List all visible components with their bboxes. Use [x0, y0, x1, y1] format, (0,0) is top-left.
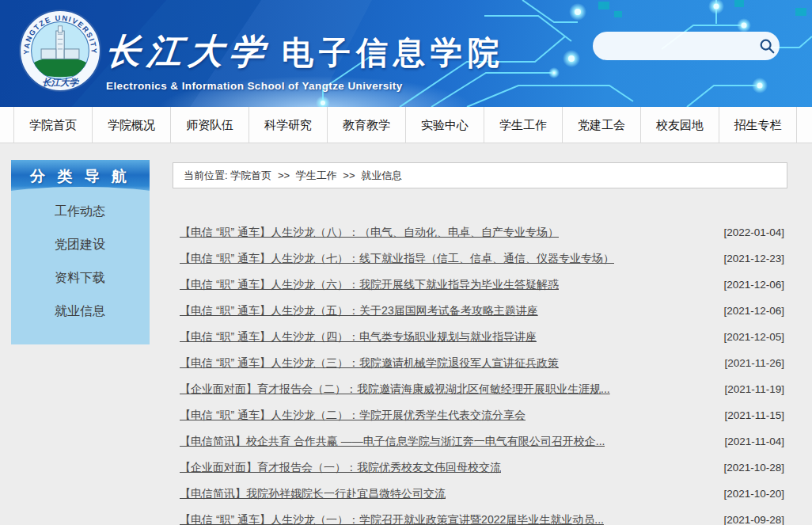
news-row: 【电信 “职” 通车】人生沙龙（八）：（电气、自动化、电卓、自产专业专场） [2… — [173, 219, 787, 245]
news-link[interactable]: 【企业面对面】育才报告会（二）：我院邀请海康威视湖北区何敏经理开展职业生涯规..… — [173, 382, 610, 397]
nav-item-research[interactable]: 科学研究 — [249, 107, 327, 143]
search-button[interactable] — [753, 32, 780, 60]
search-bar — [593, 32, 780, 60]
news-date: [2021-11-26] — [724, 357, 787, 369]
content-area: 当前位置: 学院首页 >> 学生工作 >> 就业信息 【电信 “职” 通车】人生… — [173, 162, 787, 525]
main-area: 分 类 导 航 工作动态 党团建设 资料下载 就业信息 当前位置: 学院首页 >… — [0, 143, 812, 525]
breadcrumb-separator: >> — [278, 169, 290, 181]
news-list: 【电信 “职” 通车】人生沙龙（八）：（电气、自动化、电卓、自产专业专场） [2… — [173, 219, 787, 525]
nav-item-admissions[interactable]: 招生专栏 — [719, 107, 797, 143]
nav-item-home[interactable]: 学院首页 — [13, 107, 92, 143]
sidebar-item-employment[interactable]: 就业信息 — [11, 295, 150, 328]
university-logo[interactable]: YANGTZE UNIVERSITY 长江大学 — [19, 10, 101, 92]
breadcrumb-student-affairs[interactable]: 学生工作 — [296, 169, 337, 181]
news-date: [2021-12-06] — [723, 305, 787, 317]
sidebar-body: 工作动态 党团建设 资料下载 就业信息 — [11, 193, 150, 344]
news-date: [2021-12-05] — [723, 331, 787, 343]
news-link[interactable]: 【电信 “职” 通车】人生沙龙（一）：学院召开就业政策宣讲暨2022届毕业生就业… — [173, 513, 604, 525]
news-date: [2021-10-28] — [723, 462, 787, 474]
nav-item-lab-center[interactable]: 实验中心 — [405, 107, 484, 143]
news-row: 【企业面对面】育才报告会（一）：我院优秀校友文伟回母校交流 [2021-10-2… — [173, 455, 787, 481]
news-date: [2021-11-19] — [724, 383, 787, 395]
nav-item-party-union[interactable]: 党建工会 — [562, 107, 640, 143]
news-row: 【电信简讯】校企共育 合作共赢 ——电子信息学院与浙江奔一电气有限公司召开校企.… — [173, 428, 787, 455]
news-link[interactable]: 【电信 “职” 通车】人生沙龙（八）：（电气、自动化、电卓、自产专业专场） — [173, 226, 559, 240]
news-date: [2021-10-20] — [723, 488, 787, 500]
news-date: [2021-12-23] — [723, 253, 787, 264]
sidebar-item-downloads[interactable]: 资料下载 — [11, 261, 150, 295]
breadcrumb-separator: >> — [343, 169, 355, 181]
news-link[interactable]: 【电信 “职” 通车】人生沙龙（五）：关于23届国网考试备考攻略主题讲座 — [173, 304, 538, 318]
category-sidebar: 分 类 导 航 工作动态 党团建设 资料下载 就业信息 — [11, 160, 150, 344]
news-date: [2021-11-04] — [724, 436, 787, 447]
news-row: 【电信简讯】我院孙祥娥院长一行赴宜昌微特公司交流 [2021-10-20] — [173, 481, 787, 507]
school-name-english: Electronics & Information School of Yang… — [106, 80, 505, 92]
news-row: 【电信 “职” 通车】人生沙龙（三）：我院邀请机械学院退役军人宣讲征兵政策 [2… — [173, 350, 787, 376]
sidebar-title: 分 类 导 航 — [30, 166, 131, 187]
sidebar-item-work-news[interactable]: 工作动态 — [11, 195, 150, 228]
news-link[interactable]: 【电信 “职” 通车】人生沙龙（六）：我院开展线下就业指导为毕业生答疑解惑 — [173, 278, 559, 292]
nav-item-student-affairs[interactable]: 学生工作 — [484, 107, 562, 143]
nav-item-teaching[interactable]: 教育教学 — [327, 107, 405, 143]
logo-seal-text: 长江大学 — [42, 78, 79, 87]
news-row: 【电信 “职” 通车】人生沙龙（二）：学院开展优秀学生代表交流分享会 [2021… — [173, 402, 787, 428]
news-link[interactable]: 【电信简讯】我院孙祥娥院长一行赴宜昌微特公司交流 — [173, 487, 446, 501]
news-row: 【电信 “职” 通车】人生沙龙（七）：线下就业指导（信工、信卓、通信、仪器专业专… — [173, 245, 787, 272]
school-name: 电子信息学院 — [282, 31, 505, 74]
news-row: 【电信 “职” 通车】人生沙龙（一）：学院召开就业政策宣讲暨2022届毕业生就业… — [173, 507, 787, 525]
main-nav: 学院首页 学院概况 师资队伍 科学研究 教育教学 实验中心 学生工作 党建工会 … — [0, 107, 812, 143]
news-date: [2021-12-06] — [723, 279, 787, 291]
site-title-block: 长江大学 电子信息学院 Electronics & Information Sc… — [106, 29, 505, 92]
breadcrumb-home[interactable]: 学院首页 — [230, 169, 271, 181]
news-row: 【电信 “职” 通车】人生沙龙（五）：关于23届国网考试备考攻略主题讲座 [20… — [173, 298, 787, 324]
news-date: [2022-01-04] — [723, 226, 787, 238]
news-link[interactable]: 【电信 “职” 通车】人生沙龙（三）：我院邀请机械学院退役军人宣讲征兵政策 — [173, 356, 559, 371]
nav-item-faculty[interactable]: 师资队伍 — [170, 107, 249, 143]
news-row: 【电信 “职” 通车】人生沙龙（六）：我院开展线下就业指导为毕业生答疑解惑 [2… — [173, 272, 787, 298]
site-header: YANGTZE UNIVERSITY 长江大学 长江大学 电子信息学院 Elec… — [0, 0, 812, 107]
nav-item-overview[interactable]: 学院概况 — [92, 107, 170, 143]
news-link[interactable]: 【电信 “职” 通车】人生沙龙（四）：电气类专场职业规划与就业指导讲座 — [173, 330, 537, 344]
university-name-calligraphy: 长江大学 — [104, 29, 273, 75]
sidebar-item-party-league[interactable]: 党团建设 — [11, 228, 150, 261]
sidebar-header: 分 类 导 航 — [11, 160, 150, 193]
news-date: [2021-11-15] — [724, 409, 787, 421]
news-link[interactable]: 【企业面对面】育才报告会（一）：我院优秀校友文伟回母校交流 — [173, 461, 501, 475]
breadcrumb-prefix: 当前位置: — [184, 169, 228, 181]
nav-item-alumni[interactable]: 校友园地 — [640, 107, 719, 143]
news-link[interactable]: 【电信 “职” 通车】人生沙龙（二）：学院开展优秀学生代表交流分享会 — [173, 409, 526, 423]
breadcrumb-employment[interactable]: 就业信息 — [361, 169, 402, 181]
news-date: [2021-09-28] — [723, 514, 787, 525]
breadcrumb: 当前位置: 学院首页 >> 学生工作 >> 就业信息 — [173, 162, 787, 188]
news-row: 【企业面对面】育才报告会（二）：我院邀请海康威视湖北区何敏经理开展职业生涯规..… — [173, 376, 787, 402]
news-row: 【电信 “职” 通车】人生沙龙（四）：电气类专场职业规划与就业指导讲座 [202… — [173, 324, 787, 350]
news-link[interactable]: 【电信简讯】校企共育 合作共赢 ——电子信息学院与浙江奔一电气有限公司召开校企.… — [173, 435, 605, 449]
search-icon — [758, 37, 776, 55]
search-input[interactable] — [593, 32, 753, 60]
news-link[interactable]: 【电信 “职” 通车】人生沙龙（七）：线下就业指导（信工、信卓、通信、仪器专业专… — [173, 252, 614, 266]
